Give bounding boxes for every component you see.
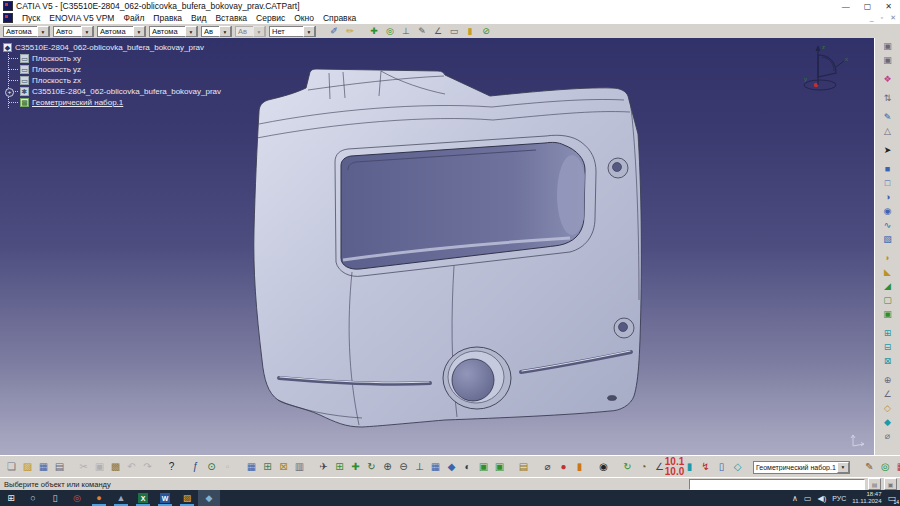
update-icon[interactable]: ↻ bbox=[620, 460, 635, 475]
print-icon[interactable]: ▤ bbox=[52, 460, 67, 475]
measure-between-icon[interactable]: ⌀ bbox=[540, 460, 555, 475]
measure-item-icon[interactable]: ● bbox=[556, 460, 571, 475]
tree-root-label[interactable]: C35510E-2804_062-oblicovka_bufera_bokova… bbox=[15, 43, 204, 52]
interference-icon[interactable]: ↯ bbox=[698, 460, 713, 475]
expand-node-icon[interactable]: + bbox=[5, 88, 14, 97]
clock[interactable]: 18:47 11.11.2024 bbox=[852, 491, 881, 505]
fillet-icon[interactable]: ◗ bbox=[881, 252, 895, 265]
swap-visible-space-icon[interactable]: ⇅ bbox=[881, 92, 895, 105]
sketcher-icon[interactable]: ✎ bbox=[881, 111, 895, 124]
fit-all-in-icon[interactable]: ⊞ bbox=[332, 460, 347, 475]
chamfer-icon[interactable]: ◣ bbox=[881, 266, 895, 279]
part-3d-model[interactable] bbox=[240, 60, 660, 440]
layer-combo[interactable]: Нет ▾ bbox=[269, 26, 316, 37]
menu-tools[interactable]: Сервис bbox=[256, 13, 285, 23]
language-indicator[interactable]: РУС bbox=[832, 495, 846, 502]
start-button[interactable]: ⊞ bbox=[0, 490, 22, 506]
catia-taskbar-icon[interactable]: ◆ bbox=[198, 490, 220, 506]
mdi-close-button[interactable]: ✕ bbox=[890, 14, 896, 22]
menu-help[interactable]: Справка bbox=[323, 13, 356, 23]
part-screw-hole-top[interactable] bbox=[608, 158, 628, 178]
opacity-combo[interactable]: Авто ▾ bbox=[53, 26, 94, 37]
working-set-combo[interactable]: Геометрический набор.1 ▾ bbox=[753, 461, 850, 474]
explorer-icon[interactable]: ▨ bbox=[176, 490, 198, 506]
wireframe-icon[interactable]: ◇ bbox=[881, 402, 895, 415]
new-document-icon[interactable]: ❏ bbox=[4, 460, 19, 475]
cylinder-analysis-icon[interactable]: ▮ bbox=[682, 460, 697, 475]
tree-item-label[interactable]: Плоскость zx bbox=[32, 76, 81, 85]
menu-start[interactable]: Пуск bbox=[22, 13, 40, 23]
measure-inertia-icon[interactable]: ▭ bbox=[447, 25, 461, 38]
menu-file[interactable]: Файл bbox=[123, 13, 144, 23]
word-icon[interactable]: W bbox=[154, 490, 176, 506]
volume-icon[interactable]: ◀) bbox=[817, 494, 826, 503]
chevron-down-icon[interactable]: ▾ bbox=[219, 26, 231, 37]
snap-center-icon[interactable]: ◎ bbox=[383, 25, 397, 38]
mdi-restore-button[interactable]: ▫ bbox=[881, 14, 883, 22]
menu-view[interactable]: Вид bbox=[191, 13, 206, 23]
menu-enovia[interactable]: ENOVIA V5 VPM bbox=[49, 13, 114, 23]
chevron-down-icon[interactable]: ▾ bbox=[81, 26, 93, 37]
shaft-icon[interactable]: ◑ bbox=[881, 191, 895, 204]
shading-mode-icon[interactable]: ◐ bbox=[460, 460, 475, 475]
chevron-down-icon[interactable]: ▾ bbox=[837, 462, 849, 473]
zoom-out-icon[interactable]: ⊖ bbox=[396, 460, 411, 475]
tree-item-plane-yz[interactable]: ▭ Плоскость yz bbox=[9, 64, 221, 75]
sketch-tools-icon[interactable]: ✎ bbox=[862, 460, 877, 475]
shell-icon[interactable]: ▢ bbox=[881, 294, 895, 307]
network-icon[interactable]: ▭ bbox=[804, 494, 812, 503]
measure-inertia-icon[interactable]: ▮ bbox=[572, 460, 587, 475]
fly-mode-icon[interactable]: ✈ bbox=[316, 460, 331, 475]
pad-icon[interactable]: ■ bbox=[881, 163, 895, 176]
axis-system-icon[interactable]: ⊥ bbox=[399, 25, 413, 38]
chevron-down-icon[interactable]: ▾ bbox=[37, 26, 49, 37]
select-cursor-icon[interactable]: ➤ bbox=[881, 144, 895, 157]
power-input[interactable] bbox=[689, 479, 865, 490]
lock-icon[interactable]: ⊠ bbox=[276, 460, 291, 475]
part-bottom-hole[interactable] bbox=[443, 347, 511, 409]
normal-view-icon[interactable]: ⊥ bbox=[412, 460, 427, 475]
people-app-icon[interactable]: ● bbox=[88, 490, 110, 506]
tree-item-label[interactable]: Плоскость xy bbox=[32, 54, 81, 63]
isometric-view-icon[interactable]: ◆ bbox=[444, 460, 459, 475]
axis-to-axis-icon[interactable]: ∠ bbox=[881, 388, 895, 401]
tree-item-plane-xy[interactable]: ▭ Плоскость xy bbox=[9, 53, 221, 64]
excel-icon[interactable]: X bbox=[132, 490, 154, 506]
surface-icon[interactable]: ◆ bbox=[881, 416, 895, 429]
rectangular-pattern-icon[interactable]: ⊞ bbox=[881, 327, 895, 340]
catalog-browser-icon[interactable]: ▤ bbox=[516, 460, 531, 475]
scaling-icon[interactable]: ⊠ bbox=[881, 355, 895, 368]
tree-item-geometric-set[interactable]: ▩ Геометрический набор.1 bbox=[9, 97, 221, 108]
grid-icon[interactable]: ▦ bbox=[894, 460, 900, 475]
time-analysis-icon[interactable]: ◔ bbox=[636, 460, 651, 475]
chevron-down-icon[interactable]: ▾ bbox=[185, 26, 197, 37]
chevron-down-icon[interactable]: ▾ bbox=[303, 26, 315, 37]
whats-this-icon[interactable]: ? bbox=[164, 460, 179, 475]
chrome-icon[interactable]: ◎ bbox=[66, 490, 88, 506]
world-scale-icon[interactable]: ◎ bbox=[878, 460, 893, 475]
tree-item-label[interactable]: Геометрический набор.1 bbox=[32, 98, 123, 107]
restore-button[interactable]: ▢ bbox=[864, 2, 872, 11]
design-table-icon[interactable]: ▦ bbox=[244, 460, 259, 475]
rotate-icon[interactable]: ↻ bbox=[364, 460, 379, 475]
tree-root-row[interactable]: ◆ C35510E-2804_062-oblicovka_bufera_boko… bbox=[3, 42, 221, 53]
section-icon[interactable]: ▯ bbox=[714, 460, 729, 475]
product-structure-icon[interactable]: ⊞ bbox=[260, 460, 275, 475]
search-button[interactable]: ○ bbox=[22, 490, 44, 506]
window-cascade-icon[interactable]: ▣ bbox=[881, 40, 895, 53]
paste-icon[interactable]: ▩ bbox=[108, 460, 123, 475]
tree-item-label[interactable]: Плоскость yz bbox=[32, 65, 81, 74]
split-view-icon[interactable]: ▥ bbox=[292, 460, 307, 475]
graphic-properties-wizard-icon[interactable]: ✏ bbox=[343, 25, 357, 38]
quick-view-icon[interactable]: ▦ bbox=[428, 460, 443, 475]
weight-combo[interactable]: Ав ▾ bbox=[201, 26, 232, 37]
pinned-app-icon[interactable]: ▲ bbox=[110, 490, 132, 506]
viewport-3d[interactable]: ◆ C35510E-2804_062-oblicovka_bufera_boko… bbox=[0, 38, 874, 455]
line-color-combo[interactable]: Автома ▾ bbox=[97, 26, 146, 37]
close-button[interactable]: ✕ bbox=[885, 2, 892, 11]
screen-2-icon[interactable]: ▣ bbox=[492, 460, 507, 475]
zoom-in-icon[interactable]: ⊕ bbox=[380, 460, 395, 475]
boolean-operation-icon[interactable]: ⊕ bbox=[881, 374, 895, 387]
save-icon[interactable]: ▦ bbox=[36, 460, 51, 475]
status-more-button[interactable]: ▣ bbox=[884, 478, 897, 490]
